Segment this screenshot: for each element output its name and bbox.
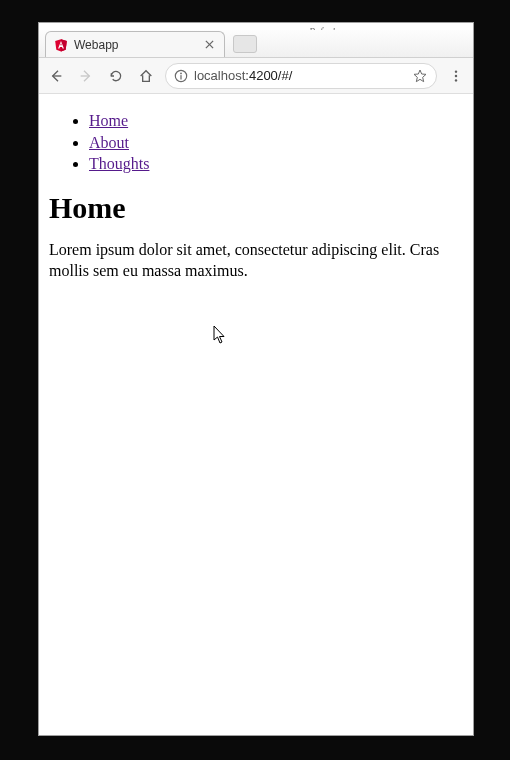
svg-point-11 [180, 72, 182, 74]
nav-list: Home About Thoughts [49, 110, 463, 175]
browser-window: Rafael Webapp [38, 22, 474, 736]
nav-link-thoughts[interactable]: Thoughts [89, 155, 149, 172]
list-item: About [89, 132, 463, 154]
new-tab-button[interactable] [233, 35, 257, 53]
forward-button[interactable] [75, 65, 97, 87]
bookmark-star-icon[interactable] [412, 68, 428, 84]
url-host: localhost [194, 68, 245, 83]
browser-menu-button[interactable] [445, 65, 467, 87]
reload-button[interactable] [105, 65, 127, 87]
browser-tab[interactable]: Webapp [45, 31, 225, 57]
home-button[interactable] [135, 65, 157, 87]
list-item: Thoughts [89, 153, 463, 175]
svg-point-15 [455, 79, 457, 81]
nav-link-home[interactable]: Home [89, 112, 128, 129]
svg-rect-12 [180, 75, 181, 79]
address-bar[interactable]: localhost:4200/#/ [165, 63, 437, 89]
tab-close-button[interactable] [202, 38, 216, 52]
site-info-icon[interactable] [174, 69, 188, 83]
angular-icon [54, 38, 68, 52]
svg-point-14 [455, 74, 457, 76]
back-button[interactable] [45, 65, 67, 87]
tab-strip: Webapp [39, 30, 473, 58]
page-heading: Home [49, 191, 463, 225]
list-item: Home [89, 110, 463, 132]
page-content: Home About Thoughts Home Lorem ipsum dol… [39, 94, 473, 735]
window-titlebar: Rafael [39, 23, 473, 30]
browser-toolbar: localhost:4200/#/ [39, 58, 473, 94]
nav-link-about[interactable]: About [89, 134, 129, 151]
page-body-text: Lorem ipsum dolor sit amet, consectetur … [49, 239, 463, 282]
url-path: :4200/#/ [245, 68, 292, 83]
tab-title: Webapp [74, 38, 202, 52]
url-text: localhost:4200/#/ [194, 68, 406, 83]
svg-point-13 [455, 70, 457, 72]
